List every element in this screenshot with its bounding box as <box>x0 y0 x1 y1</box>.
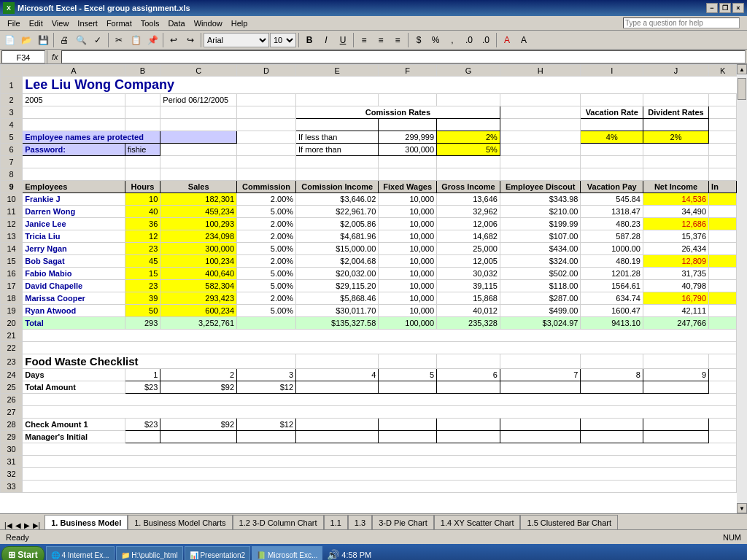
tab-clustered-bar[interactable]: 1.5 Clustered Bar Chart <box>520 515 618 529</box>
cell-a19[interactable]: Ryan Atwood <box>23 305 125 317</box>
vertical-scrollbar[interactable]: ▲ ▼ <box>737 64 747 513</box>
cell-k16[interactable] <box>709 268 737 280</box>
cell-h14[interactable]: $434.00 <box>500 243 581 255</box>
tab-prev-button[interactable]: ◀ <box>14 521 23 529</box>
save-button[interactable]: 💾 <box>35 32 51 48</box>
increase-decimal-button[interactable]: .0 <box>461 32 477 48</box>
cell-c9[interactable]: Sales <box>160 181 237 193</box>
cell-j17[interactable]: 40,798 <box>643 280 708 292</box>
cell-f19[interactable]: 10,000 <box>379 305 437 317</box>
cell-h16[interactable]: $502.00 <box>500 268 581 280</box>
align-center-button[interactable]: ≡ <box>373 32 389 48</box>
cell-a15[interactable]: Bob Sagat <box>23 255 125 268</box>
cell-d9[interactable]: Commission <box>237 181 296 193</box>
cell-j3[interactable]: Divident Rates <box>643 106 708 119</box>
cell-c16[interactable]: 400,640 <box>160 268 237 280</box>
cell-g20[interactable]: 235,328 <box>437 317 500 330</box>
tab-first-button[interactable]: |◀ <box>3 521 14 529</box>
start-button[interactable]: ⊞ Start <box>1 546 44 560</box>
cell-g25[interactable] <box>437 381 500 394</box>
italic-button[interactable]: I <box>318 32 334 48</box>
col-h-header[interactable]: H <box>500 65 581 77</box>
cell-e29[interactable] <box>296 431 379 443</box>
preview-button[interactable]: 🔍 <box>73 32 89 48</box>
tab-next-button[interactable]: ▶ <box>23 521 31 529</box>
cell-j10[interactable]: 14,536 <box>643 193 708 206</box>
cell-e28[interactable] <box>296 419 379 431</box>
cell-d15[interactable]: 2.00% <box>237 255 296 268</box>
cell-b12[interactable]: 36 <box>125 218 160 230</box>
cell-b13[interactable]: 12 <box>125 230 160 243</box>
cell-e14[interactable]: $15,000.00 <box>296 243 379 255</box>
cell-e5[interactable]: If less than <box>296 131 379 144</box>
cell-d19[interactable]: 5.00% <box>237 305 296 317</box>
cell-k13[interactable] <box>709 230 737 243</box>
bold-button[interactable]: B <box>301 32 317 48</box>
cell-h13[interactable]: $107.00 <box>500 230 581 243</box>
taskbar-excel[interactable]: 📗 Microsoft Exc... <box>252 546 322 560</box>
cell-c10[interactable]: 182,301 <box>160 193 237 206</box>
cell-h29[interactable] <box>500 431 581 443</box>
cell-a23[interactable]: Food Waste Checklist <box>23 354 296 369</box>
cell-b16[interactable]: 15 <box>125 268 160 280</box>
name-box[interactable]: F34 <box>1 50 45 63</box>
cell-a24[interactable]: Days <box>23 369 125 381</box>
fill-color-button[interactable]: A <box>499 32 515 48</box>
cell-j16[interactable]: 31,735 <box>643 268 708 280</box>
cell-e20[interactable]: $135,327.58 <box>296 317 379 330</box>
menu-data[interactable]: Data <box>163 18 189 29</box>
menu-file[interactable]: File <box>3 18 25 29</box>
scroll-down-button[interactable]: ▼ <box>737 503 747 513</box>
scroll-thumb[interactable] <box>738 78 746 100</box>
cell-f6[interactable]: 300,000 <box>379 144 437 156</box>
menu-view[interactable]: View <box>47 18 74 29</box>
tab-business-model-charts[interactable]: 1. Business Model Charts <box>128 515 232 529</box>
cell-g29[interactable] <box>437 431 500 443</box>
cell-j25[interactable] <box>643 381 708 394</box>
cell-c12[interactable]: 100,293 <box>160 218 237 230</box>
cell-b9[interactable]: Hours <box>125 181 160 193</box>
menu-help[interactable]: Help <box>227 18 252 29</box>
cell-d18[interactable]: 2.00% <box>237 292 296 305</box>
scroll-up-button[interactable]: ▲ <box>737 64 747 74</box>
align-left-button[interactable]: ≡ <box>356 32 372 48</box>
cell-a17[interactable]: David Chapelle <box>23 280 125 292</box>
cell-c19[interactable]: 600,234 <box>160 305 237 317</box>
cell-k17[interactable] <box>709 280 737 292</box>
cell-k14[interactable] <box>709 243 737 255</box>
cell-h15[interactable]: $324.00 <box>500 255 581 268</box>
cell-f14[interactable]: 10,000 <box>379 243 437 255</box>
cell-e13[interactable]: $4,681.96 <box>296 230 379 243</box>
cell-d10[interactable]: 2.00% <box>237 193 296 206</box>
cell-c25[interactable]: $92 <box>160 381 237 394</box>
cell-b17[interactable]: 23 <box>125 280 160 292</box>
cell-e9[interactable]: Comission Income <box>296 181 379 193</box>
cell-g5[interactable]: 2% <box>437 131 500 144</box>
cell-i16[interactable]: 1201.28 <box>581 268 643 280</box>
cell-j14[interactable]: 26,434 <box>643 243 708 255</box>
cell-e25[interactable] <box>296 381 379 394</box>
cell-f25[interactable] <box>379 381 437 394</box>
cell-e19[interactable]: $30,011.70 <box>296 305 379 317</box>
cell-g6[interactable]: 5% <box>437 144 500 156</box>
cell-g16[interactable]: 30,032 <box>437 268 500 280</box>
cell-d14[interactable]: 5.00% <box>237 243 296 255</box>
cell-f20[interactable]: 100,000 <box>379 317 437 330</box>
cell-j19[interactable]: 42,111 <box>643 305 708 317</box>
cell-f12[interactable]: 10,000 <box>379 218 437 230</box>
spellcheck-button[interactable]: ✓ <box>90 32 106 48</box>
tab-business-model[interactable]: 1. Business Model <box>44 515 128 529</box>
cell-i15[interactable]: 480.19 <box>581 255 643 268</box>
cell-a29[interactable]: Manager's Initial <box>23 431 125 443</box>
cell-i12[interactable]: 480.23 <box>581 218 643 230</box>
cell-k15[interactable] <box>709 255 737 268</box>
cell-a16[interactable]: Fabio Mabio <box>23 268 125 280</box>
col-j-header[interactable]: J <box>643 65 708 77</box>
decrease-decimal-button[interactable]: .0 <box>478 32 494 48</box>
cell-i11[interactable]: 1318.47 <box>581 206 643 218</box>
cell-c2[interactable]: Period 06/12/2005 <box>160 94 237 106</box>
cell-k19[interactable] <box>709 305 737 317</box>
paste-button[interactable]: 📌 <box>144 32 160 48</box>
cell-i19[interactable]: 1600.47 <box>581 305 643 317</box>
redo-button[interactable]: ↪ <box>182 32 198 48</box>
